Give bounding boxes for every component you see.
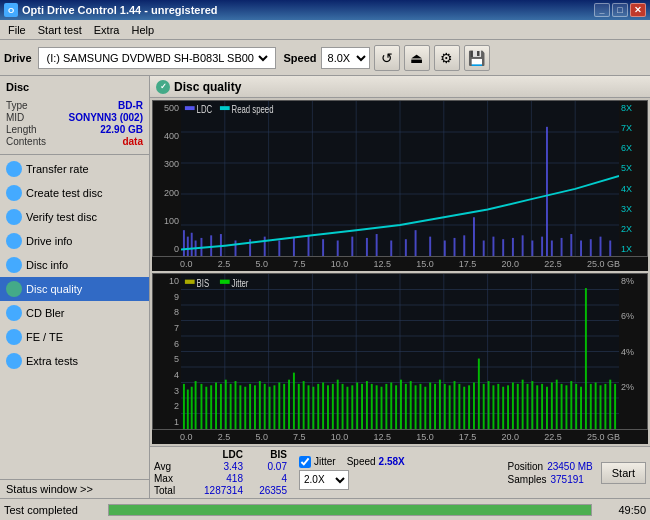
svg-rect-107 bbox=[322, 383, 324, 430]
svg-text:LDC: LDC bbox=[197, 104, 213, 115]
verify-test-disc-icon bbox=[6, 209, 22, 225]
drive-label: Drive bbox=[4, 52, 32, 64]
svg-rect-87 bbox=[225, 380, 227, 429]
max-label: Max bbox=[154, 473, 184, 484]
sidebar-extra-tests-label: Extra tests bbox=[26, 355, 78, 367]
disc-quality-icon bbox=[6, 281, 22, 297]
svg-rect-43 bbox=[512, 238, 514, 256]
svg-rect-101 bbox=[293, 373, 295, 429]
svg-rect-96 bbox=[269, 387, 271, 429]
menu-file[interactable]: File bbox=[2, 22, 32, 38]
svg-rect-94 bbox=[259, 381, 261, 429]
svg-rect-145 bbox=[507, 385, 509, 429]
svg-rect-162 bbox=[590, 384, 592, 429]
disc-mid-value: SONYNN3 (002) bbox=[69, 112, 143, 123]
svg-rect-132 bbox=[444, 384, 446, 429]
sidebar-item-disc-quality[interactable]: Disc quality bbox=[0, 277, 149, 301]
sidebar-item-transfer-rate[interactable]: Transfer rate bbox=[0, 157, 149, 181]
svg-rect-19 bbox=[210, 235, 212, 256]
svg-rect-23 bbox=[264, 237, 266, 256]
settings-button[interactable]: ⚙ bbox=[434, 45, 460, 71]
svg-rect-160 bbox=[580, 387, 582, 429]
svg-rect-114 bbox=[356, 383, 358, 430]
menu-extra[interactable]: Extra bbox=[88, 22, 126, 38]
svg-rect-138 bbox=[473, 383, 475, 430]
svg-rect-104 bbox=[308, 385, 310, 429]
svg-rect-111 bbox=[342, 384, 344, 429]
title-bar-buttons[interactable]: _ □ ✕ bbox=[594, 3, 646, 17]
maximize-button[interactable]: □ bbox=[612, 3, 628, 17]
eject-button[interactable]: ⏏ bbox=[404, 45, 430, 71]
sidebar-item-verify-test-disc[interactable]: Verify test disc bbox=[0, 205, 149, 229]
stats-headers-row: LDC BIS bbox=[154, 449, 287, 460]
jitter-checkbox[interactable] bbox=[299, 456, 311, 468]
svg-rect-79 bbox=[187, 390, 189, 429]
sidebar-disc-quality-label: Disc quality bbox=[26, 283, 82, 295]
svg-rect-167 bbox=[614, 384, 616, 429]
speed-dropdown[interactable]: 2.0X bbox=[299, 470, 349, 490]
sidebar-item-fe-te[interactable]: FE / TE bbox=[0, 325, 149, 349]
svg-text:Read speed: Read speed bbox=[232, 104, 274, 115]
start-button[interactable]: Start bbox=[601, 462, 646, 484]
speed-label: Speed bbox=[284, 52, 317, 64]
drive-info-icon bbox=[6, 233, 22, 249]
svg-rect-31 bbox=[376, 234, 378, 256]
svg-rect-28 bbox=[337, 241, 339, 257]
svg-rect-103 bbox=[303, 381, 305, 429]
minimize-button[interactable]: _ bbox=[594, 3, 610, 17]
svg-rect-47 bbox=[546, 127, 548, 256]
menu-start-test[interactable]: Start test bbox=[32, 22, 88, 38]
svg-rect-142 bbox=[492, 385, 494, 429]
panel-header: ✓ Disc quality bbox=[150, 76, 650, 98]
svg-rect-86 bbox=[220, 384, 222, 429]
save-button[interactable]: 💾 bbox=[464, 45, 490, 71]
speed-dropdown-row: 2.0X bbox=[299, 470, 405, 490]
svg-rect-128 bbox=[424, 387, 426, 429]
svg-rect-49 bbox=[561, 238, 563, 256]
menu-bar: File Start test Extra Help bbox=[0, 20, 650, 40]
sidebar-create-label: Create test disc bbox=[26, 187, 102, 199]
menu-help[interactable]: Help bbox=[125, 22, 160, 38]
refresh-button[interactable]: ↺ bbox=[374, 45, 400, 71]
svg-rect-41 bbox=[492, 237, 494, 256]
sidebar-item-drive-info[interactable]: Drive info bbox=[0, 229, 149, 253]
svg-rect-54 bbox=[609, 241, 611, 257]
status-window-button[interactable]: Status window >> bbox=[0, 479, 149, 498]
drive-select[interactable]: (I:) SAMSUNG DVDWBD SH-B083L SB00 bbox=[43, 51, 271, 65]
svg-rect-44 bbox=[522, 235, 524, 256]
stats-middle: Jitter Speed 2.58X 2.0X bbox=[299, 456, 405, 490]
svg-rect-14 bbox=[183, 230, 185, 256]
status-window-label: Status window >> bbox=[6, 483, 93, 495]
svg-rect-117 bbox=[371, 384, 373, 429]
svg-rect-88 bbox=[230, 384, 232, 429]
total-ldc: 1287314 bbox=[188, 485, 243, 496]
sidebar-item-create-test-disc[interactable]: Create test disc bbox=[0, 181, 149, 205]
svg-rect-30 bbox=[366, 238, 368, 256]
main-content: Disc Type BD-R MID SONYNN3 (002) Length … bbox=[0, 76, 650, 498]
drive-dropdown-container[interactable]: (I:) SAMSUNG DVDWBD SH-B083L SB00 bbox=[38, 47, 276, 69]
speed-select[interactable]: 8.0X bbox=[321, 47, 370, 69]
charts-container: 500 400 300 200 100 0 bbox=[150, 98, 650, 446]
close-button[interactable]: ✕ bbox=[630, 3, 646, 17]
sidebar-item-disc-info[interactable]: Disc info bbox=[0, 253, 149, 277]
sidebar-item-extra-tests[interactable]: Extra tests bbox=[0, 349, 149, 373]
app-icon: O bbox=[4, 3, 18, 17]
svg-rect-135 bbox=[458, 384, 460, 429]
total-bis: 26355 bbox=[247, 485, 287, 496]
svg-rect-100 bbox=[288, 380, 290, 429]
svg-rect-149 bbox=[527, 384, 529, 429]
svg-rect-53 bbox=[600, 237, 602, 256]
svg-rect-151 bbox=[536, 385, 538, 429]
disc-length-value: 22.90 GB bbox=[100, 124, 143, 135]
svg-rect-146 bbox=[512, 383, 514, 430]
sidebar-item-cd-bler[interactable]: CD Bler bbox=[0, 301, 149, 325]
stats-row: LDC BIS Avg 3.43 0.07 Max 418 4 Total 12… bbox=[150, 446, 650, 498]
svg-rect-137 bbox=[468, 385, 470, 429]
svg-rect-36 bbox=[444, 241, 446, 257]
svg-rect-83 bbox=[205, 387, 207, 429]
chart2-y-left: 10 9 8 7 6 5 4 3 2 1 bbox=[153, 274, 181, 429]
svg-rect-150 bbox=[531, 381, 533, 429]
speed-stat-label: Speed bbox=[347, 456, 376, 467]
progress-container bbox=[108, 504, 592, 516]
svg-rect-80 bbox=[191, 387, 193, 429]
